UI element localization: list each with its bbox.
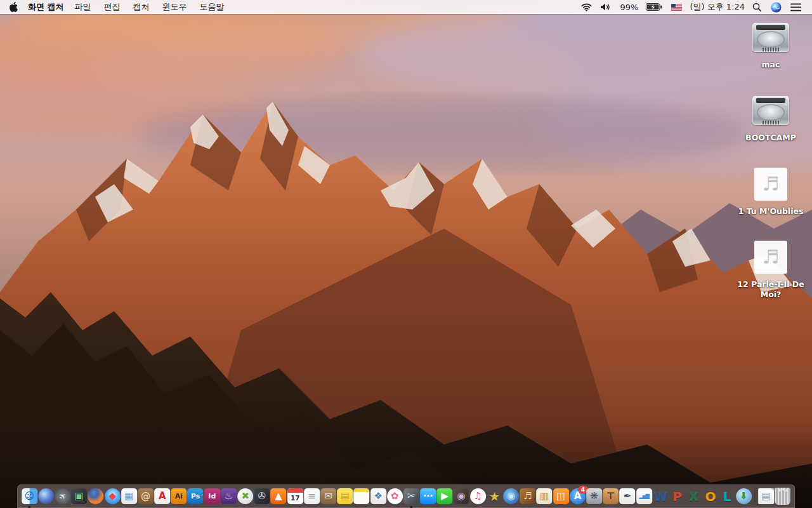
- us-flag-icon[interactable]: [671, 4, 682, 11]
- adobe-indesign[interactable]: Id: [204, 488, 220, 504]
- preview[interactable]: ▦: [121, 488, 137, 504]
- app-icon-glyph: ▶: [441, 491, 449, 501]
- finder[interactable]: ☺: [22, 488, 37, 504]
- vlc[interactable]: ▲: [271, 488, 287, 504]
- icon-label: 1 Tu M'Oublies: [738, 206, 804, 217]
- clippings-app[interactable]: ▥: [537, 488, 553, 504]
- messages[interactable]: ⋯: [420, 488, 436, 504]
- app-icon-glyph: ♨: [225, 491, 233, 501]
- app-icon-glyph: ▤: [761, 491, 770, 501]
- menu-bar-menus: 파일편집캡처윈도우도움말: [69, 1, 231, 13]
- active-app-name[interactable]: 화면 캡처: [28, 1, 64, 13]
- app-icon-glyph: ✖: [241, 491, 249, 501]
- macos-desktop: 화면 캡처 파일편집캡처윈도우도움말 99% (일) 오후 1:24: [0, 0, 812, 508]
- app-icon-glyph: ✂: [407, 491, 416, 501]
- app-icon-glyph: ▥: [540, 491, 549, 501]
- app-icon-glyph: ◫: [556, 491, 565, 501]
- garageband[interactable]: ♬: [520, 488, 535, 504]
- siri-icon[interactable]: [771, 2, 782, 13]
- ms-autoupdate-globe[interactable]: ⬇: [736, 488, 752, 504]
- audio-file-parle-t-il-de-moi[interactable]: ♬ 12 Parle-T-Il De Moi?: [731, 239, 811, 300]
- menu-item[interactable]: 윈도우: [156, 1, 193, 13]
- pages-09[interactable]: ✒: [620, 488, 636, 504]
- icon-label: BOOTCAMP: [745, 133, 796, 143]
- drive-mac[interactable]: mac: [731, 20, 811, 70]
- menu-bar-status: 99% (일) 오후 1:24: [577, 1, 812, 13]
- green-x-app[interactable]: ✖: [237, 488, 253, 504]
- ms-outlook[interactable]: O: [702, 488, 718, 504]
- app-icon-glyph: ♬: [523, 491, 532, 501]
- drive-bootcamp[interactable]: BOOTCAMP: [731, 93, 811, 143]
- app-icon-glyph: ★: [489, 490, 501, 503]
- calendar[interactable]: 17: [287, 488, 303, 504]
- siri[interactable]: [38, 488, 54, 504]
- app-icon-glyph: ◆: [108, 491, 116, 501]
- imovie-star[interactable]: ★: [487, 488, 502, 504]
- app-icon-glyph: ▤: [341, 491, 350, 501]
- spotlight-search-icon[interactable]: [752, 3, 762, 12]
- volume-icon[interactable]: [601, 3, 612, 11]
- app-icon-glyph: O: [705, 490, 716, 503]
- app-icon-glyph: ≡: [308, 491, 316, 501]
- firefox[interactable]: [88, 488, 104, 504]
- battery-charging-icon[interactable]: [646, 3, 662, 11]
- document-box-app[interactable]: ✉: [320, 488, 336, 504]
- fan-disc-app[interactable]: ✇: [254, 488, 270, 504]
- app-store[interactable]: A 4: [570, 488, 586, 504]
- app-icon-glyph: Ps: [191, 493, 200, 500]
- menu-item[interactable]: 도움말: [193, 1, 231, 13]
- photo-booth[interactable]: ◉: [454, 488, 469, 504]
- numbers-09[interactable]: ▂▅▇: [636, 488, 652, 504]
- reminders[interactable]: ≡: [304, 488, 320, 504]
- dock-divider: [754, 487, 755, 505]
- system-preferences[interactable]: ❋: [586, 488, 602, 504]
- menu-item[interactable]: 캡처: [127, 1, 156, 13]
- document-file[interactable]: ▤: [758, 488, 774, 504]
- hard-drive-icon: [752, 96, 789, 125]
- mission-control[interactable]: ▣: [71, 488, 87, 504]
- wifi-icon[interactable]: [581, 3, 592, 11]
- adobe-illustrator[interactable]: Ai: [171, 488, 187, 504]
- facetime[interactable]: ▶: [436, 488, 452, 504]
- keynote[interactable]: ⊤: [603, 488, 619, 504]
- idvd[interactable]: ◉: [503, 488, 519, 504]
- launchpad[interactable]: ✈: [55, 488, 70, 504]
- grab-screen-capture[interactable]: ✂: [403, 488, 419, 504]
- photos[interactable]: ✿: [387, 488, 403, 504]
- ms-excel[interactable]: X: [686, 488, 702, 504]
- ms-lync[interactable]: L: [719, 488, 735, 504]
- app-icon-glyph: ❋: [590, 491, 598, 501]
- ibooks[interactable]: ◫: [553, 488, 569, 504]
- itunes[interactable]: ♫: [470, 488, 486, 504]
- menu-bar-clock[interactable]: (일) 오후 1:24: [690, 1, 745, 13]
- app-icon-glyph: ◉: [507, 491, 515, 501]
- toast-titanium[interactable]: ♨: [221, 488, 237, 504]
- app-icon-glyph: ☺: [24, 491, 34, 501]
- adobe-acrobat[interactable]: A: [154, 488, 170, 504]
- menu-item[interactable]: 편집: [98, 1, 127, 13]
- audio-file-icon: ♬: [754, 241, 787, 274]
- app-icon-glyph: ✒: [624, 491, 632, 501]
- app-icon-glyph: @: [141, 491, 150, 501]
- app-icon-glyph: A: [159, 491, 166, 501]
- menu-item[interactable]: 파일: [69, 1, 98, 13]
- app-icon-glyph: L: [723, 490, 731, 503]
- notification-center-icon[interactable]: [790, 3, 801, 11]
- trash[interactable]: [775, 488, 790, 505]
- app-icon-glyph: ✇: [258, 491, 266, 501]
- documents-app[interactable]: ❖: [370, 488, 386, 504]
- ms-powerpoint[interactable]: P: [669, 488, 685, 504]
- app-icon-glyph: ✿: [391, 491, 399, 501]
- audio-file-tu-moublies[interactable]: ♬ 1 Tu M'Oublies: [731, 166, 811, 217]
- adobe-photoshop[interactable]: Ps: [188, 488, 204, 504]
- ms-word[interactable]: W: [653, 488, 669, 504]
- app-icon-glyph: ⋯: [423, 491, 433, 501]
- safari[interactable]: ◆: [105, 488, 121, 504]
- notes[interactable]: [354, 488, 370, 504]
- stickies[interactable]: ▤: [337, 488, 353, 504]
- app-icon-glyph: ♫: [474, 491, 482, 501]
- apple-menu[interactable]: [10, 2, 18, 12]
- battery-percent: 99%: [620, 3, 638, 12]
- running-indicator: [410, 506, 413, 508]
- contacts[interactable]: @: [138, 488, 154, 504]
